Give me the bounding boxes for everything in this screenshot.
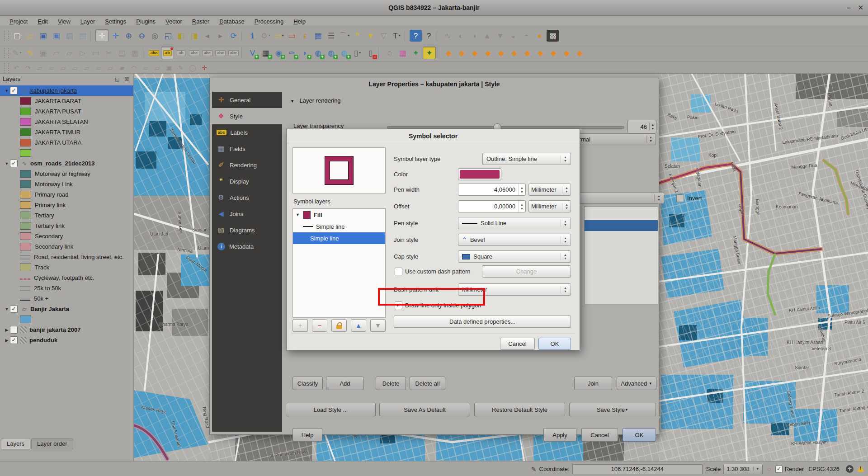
- button-delete[interactable]: Delete: [376, 377, 406, 390]
- legend-item-road-residential-living-street-etc[interactable]: Road, residential, living street, etc.: [0, 252, 133, 262]
- dropdown-caret-icon[interactable]: ▾: [359, 51, 361, 55]
- flame-settings-icon[interactable]: ◆: [534, 47, 547, 59]
- menu-help[interactable]: Help: [288, 17, 311, 26]
- use-custom-dash-checkbox[interactable]: [395, 268, 402, 275]
- ok-button[interactable]: OK: [623, 428, 656, 442]
- sidebar-item-style[interactable]: ❖Style: [212, 108, 282, 124]
- legend-item-jakarta-barat[interactable]: JAKARTA BARAT: [0, 96, 133, 106]
- menu-view[interactable]: View: [53, 17, 75, 26]
- add-postgis-layer-icon[interactable]: ◉+: [273, 47, 285, 59]
- legend-item-tertiary[interactable]: Tertiary: [0, 210, 133, 221]
- flame-sync-icon[interactable]: ◆: [521, 47, 533, 59]
- map-tips-icon[interactable]: ❞: [351, 30, 363, 42]
- offset-unit-combo[interactable]: Millimeter ▲▼: [528, 200, 571, 212]
- zoom-to-selection-icon[interactable]: ◧: [175, 30, 187, 42]
- toolbar-handle[interactable]: [4, 48, 9, 58]
- button-restore-default-style[interactable]: Restore Default Style: [474, 403, 565, 416]
- label-show-hide-icon[interactable]: abc: [214, 47, 226, 59]
- menu-vector[interactable]: Vector: [160, 17, 187, 26]
- pan-to-selection-icon[interactable]: ✛: [109, 30, 122, 42]
- tree-collapse-icon[interactable]: ▼: [4, 307, 10, 311]
- scale-combo[interactable]: 1:30 308▼: [723, 464, 763, 474]
- menu-plugins[interactable]: Plugins: [131, 17, 160, 26]
- sidebar-item-diagrams[interactable]: ▧Diagrams: [212, 222, 282, 238]
- field-calculator-icon[interactable]: ☰: [325, 30, 337, 42]
- sidebar-item-actions[interactable]: ⚙Actions: [212, 189, 282, 206]
- button-load-style[interactable]: Load Style ...: [286, 403, 376, 416]
- new-shapefile-layer-icon[interactable]: ▯▾: [351, 47, 363, 59]
- legend-item-jakarta-selatan[interactable]: JAKARTA SELATAN: [0, 117, 133, 127]
- style-manager-icon[interactable]: ●: [533, 30, 546, 42]
- sidebar-item-fields[interactable]: ▦Fields: [212, 141, 282, 157]
- remove-layer-icon[interactable]: ▯−: [364, 47, 377, 59]
- legend-item-jakarta-pusat[interactable]: JAKARTA PUSAT: [0, 106, 133, 117]
- grass-icon[interactable]: ✦: [423, 47, 436, 59]
- symbol-layer-line1-row[interactable]: Simple line: [293, 221, 385, 232]
- button-save-style[interactable]: Save Style ▼: [569, 403, 656, 416]
- zoom-out-icon[interactable]: ⊖: [136, 30, 148, 42]
- flame-refresh-icon[interactable]: ◆: [469, 47, 481, 59]
- help-button[interactable]: Help: [292, 428, 322, 442]
- transparency-spinbox[interactable]: 46 ▲▼: [627, 120, 656, 133]
- apply-button[interactable]: Apply: [543, 428, 576, 442]
- tree-collapse-icon[interactable]: ▼: [4, 161, 10, 166]
- dropdown-caret-icon[interactable]: ▾: [399, 34, 401, 38]
- pen-style-combo[interactable]: Solid Line ▲▼: [458, 217, 571, 229]
- legend-item-secondary[interactable]: Secondary: [0, 231, 133, 241]
- layer-visibility-checkbox[interactable]: [10, 326, 18, 334]
- sidebar-item-metadata[interactable]: iMetadata: [212, 238, 282, 254]
- save-as-image-icon[interactable]: ▨: [63, 30, 75, 42]
- legend-item-cycleway-footpath-etc[interactable]: Cycleway, footpath etc.: [0, 273, 133, 283]
- join-style-combo[interactable]: ⌃ Bevel ▲▼: [458, 234, 571, 246]
- panel-close-icon[interactable]: ☒: [124, 76, 131, 82]
- add-spatialite-layer-icon[interactable]: ✑+: [286, 47, 298, 59]
- add-oracle-layer-icon[interactable]: ◗+: [299, 47, 311, 59]
- stop-render-icon[interactable]: ✎: [531, 466, 537, 473]
- zoom-to-layer-icon[interactable]: ◨: [188, 30, 200, 42]
- add-wfs-layer-icon[interactable]: ◍+: [338, 47, 350, 59]
- label-rotate-icon[interactable]: abc: [201, 47, 213, 59]
- crs-status[interactable]: EPSG:4326: [808, 466, 840, 472]
- menu-raster[interactable]: Raster: [187, 17, 214, 26]
- label-highlight-icon[interactable]: ab: [175, 47, 187, 59]
- legend-item-motorway-link[interactable]: Motorway Link: [0, 179, 133, 189]
- color-button[interactable]: [458, 168, 501, 180]
- python-console-icon[interactable]: ▩: [547, 30, 559, 42]
- cad-construction-icon[interactable]: ✛: [199, 63, 210, 72]
- remove-symbol-layer-button[interactable]: −: [312, 319, 327, 332]
- new-bookmark-icon[interactable]: ▼: [364, 30, 377, 42]
- invert-checkbox[interactable]: [676, 194, 684, 202]
- help-contents-icon[interactable]: ?: [410, 30, 422, 42]
- menu-layer[interactable]: Layer: [75, 17, 100, 26]
- window-close-button[interactable]: ✕: [858, 0, 863, 15]
- layer-visibility-checkbox[interactable]: ✓: [10, 305, 18, 313]
- symbol-ok-button[interactable]: OK: [538, 338, 571, 350]
- legend-item-jakarta-utara[interactable]: JAKARTA UTARA: [0, 137, 133, 148]
- pen-width-spinbox[interactable]: 4,06000 ▲▼: [458, 184, 526, 196]
- window-minimize-button[interactable]: –: [847, 0, 850, 15]
- menu-database[interactable]: Database: [214, 17, 250, 26]
- cancel-button[interactable]: Cancel: [581, 428, 618, 442]
- whats-this-icon[interactable]: ?: [423, 30, 435, 42]
- text-annotation-icon[interactable]: T▾: [391, 30, 403, 42]
- attribute-table-icon[interactable]: ▦: [312, 30, 324, 42]
- legend-item[interactable]: [0, 148, 133, 158]
- dropdown-caret-icon[interactable]: ▾: [269, 34, 270, 38]
- layer-item-banjir-jakarta[interactable]: ▼✓▱Banjir Jakarta: [0, 304, 133, 314]
- button-save-as-default[interactable]: Save As Default: [379, 403, 470, 416]
- symbol-layer-type-combo[interactable]: Outline: Simple line ▲▼: [482, 153, 571, 165]
- panel-float-icon[interactable]: ◱: [115, 76, 121, 82]
- renderer-combo-fragment[interactable]: ▲▼: [571, 192, 664, 204]
- measure-icon[interactable]: ⌒▾: [338, 30, 350, 42]
- sidebar-item-display[interactable]: ❞Display: [212, 173, 282, 189]
- cap-style-combo[interactable]: Square ▲▼: [458, 250, 571, 263]
- layer-item-kabupaten-jakarta[interactable]: ▼✓▱kabupaten jakarta: [0, 85, 133, 96]
- layer-item-osm-roads-21dec2013[interactable]: ▼✓∿osm_roads_21dec2013: [0, 158, 133, 169]
- button-delete-all[interactable]: Delete all: [410, 377, 445, 390]
- sidebar-item-joins[interactable]: ◀Joins: [212, 206, 282, 222]
- select-by-expression-icon[interactable]: ε: [299, 30, 311, 42]
- magnifier-lock-icon[interactable]: ◌: [767, 465, 771, 473]
- flame-database-icon[interactable]: ◆: [561, 47, 573, 59]
- flame-user-icon[interactable]: ◆: [508, 47, 520, 59]
- legend-item-track[interactable]: Track: [0, 262, 133, 273]
